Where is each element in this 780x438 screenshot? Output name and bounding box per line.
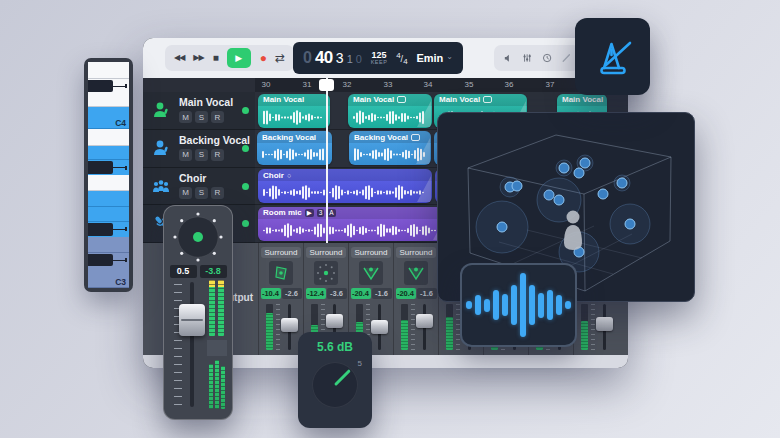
key-line	[113, 86, 126, 87]
waveform-bar	[547, 290, 553, 320]
forward-button[interactable]: ▶▶	[193, 54, 203, 62]
waveform-bar	[529, 285, 535, 325]
sound-source-sphere[interactable]	[559, 163, 569, 173]
piano-key[interactable]	[88, 253, 129, 267]
piano-key[interactable]	[88, 146, 129, 161]
surround-panner[interactable]	[404, 261, 428, 285]
piano-key[interactable]	[88, 191, 129, 208]
cycle-button[interactable]: ⇄	[275, 52, 285, 64]
record-enable-dot[interactable]	[242, 107, 249, 114]
piano-key[interactable]: C3	[88, 267, 129, 288]
track-header: Backing VocalMSR	[143, 130, 255, 168]
audio-region[interactable]: Backing Vocal	[257, 131, 332, 165]
vocalist-icon	[151, 100, 173, 122]
record-enable-dot[interactable]	[242, 220, 249, 227]
fader-zone	[394, 302, 439, 352]
piano-key[interactable]: C4	[88, 107, 129, 129]
key-line	[113, 229, 126, 230]
piano-key[interactable]	[88, 79, 129, 94]
gain-value[interactable]: -20.4	[351, 288, 371, 299]
fader-handle[interactable]	[416, 314, 433, 328]
piano-key[interactable]	[88, 129, 129, 146]
strip-pan-value[interactable]: 0.5	[170, 265, 197, 278]
waveform-tile[interactable]	[460, 263, 577, 347]
key-label: C3	[115, 277, 126, 287]
metronome-tile[interactable]	[575, 18, 650, 95]
piano-key[interactable]	[88, 237, 129, 254]
strip-fader-area	[164, 278, 232, 413]
listener-icon	[564, 211, 582, 251]
stop-button[interactable]: ■	[213, 53, 218, 63]
playhead-position: 040 3 1 0	[303, 48, 362, 68]
piano-key[interactable]	[88, 62, 129, 79]
gain-value[interactable]: -10.4	[261, 288, 281, 299]
s-button[interactable]: S	[195, 111, 208, 123]
sound-source-sphere[interactable]	[617, 178, 627, 188]
audio-region[interactable]: Main Vocal	[348, 94, 432, 128]
r-button[interactable]: R	[211, 111, 224, 123]
playhead-handle[interactable]	[319, 79, 334, 91]
lcd-display[interactable]: 040 3 1 0 125 KEEP 4/4 Emin ⌄	[293, 42, 463, 74]
piano-key[interactable]	[88, 160, 129, 175]
gain-knob[interactable]	[312, 362, 358, 408]
piano-key[interactable]	[88, 93, 129, 107]
waveform-bar	[556, 295, 562, 315]
fader-handle[interactable]	[371, 320, 388, 334]
lcd-bar: 40	[315, 48, 333, 68]
piano-key[interactable]	[88, 207, 129, 222]
piano-key[interactable]	[88, 222, 129, 237]
sound-source-sphere[interactable]	[512, 181, 522, 191]
fader-handle[interactable]	[281, 318, 298, 332]
r-button[interactable]: R	[211, 187, 224, 199]
rewind-button[interactable]: ◀◀	[174, 54, 184, 62]
piano-key[interactable]	[88, 175, 129, 191]
audio-region[interactable]: Room mic▶3A	[258, 207, 448, 241]
fader-handle[interactable]	[326, 314, 343, 328]
level-meter	[581, 321, 588, 350]
track-buttons: MSR	[179, 149, 224, 161]
level-meter	[446, 317, 453, 350]
fader-handle[interactable]	[179, 304, 205, 336]
s-button[interactable]: S	[195, 149, 208, 161]
gain-value[interactable]: -12.4	[306, 288, 326, 299]
record-enable-dot[interactable]	[242, 145, 249, 152]
play-button[interactable]: ▶	[227, 48, 251, 68]
m-button[interactable]: M	[179, 149, 192, 161]
pan-knob[interactable]	[166, 210, 230, 264]
sound-source-sphere[interactable]	[554, 195, 564, 205]
record-button[interactable]: ●	[260, 52, 266, 64]
timeline-ruler[interactable]: 3031323334353637	[255, 78, 628, 92]
mixer-channel: Surround-20.4-1.6	[393, 243, 438, 355]
record-enable-dot[interactable]	[242, 183, 249, 190]
key-signature[interactable]: Emin ⌄	[416, 52, 453, 64]
strip-gain-value[interactable]: -3.8	[200, 265, 227, 278]
pencil-button[interactable]	[561, 51, 571, 65]
audio-region[interactable]: Choir○	[258, 169, 432, 203]
clock-button[interactable]	[542, 51, 552, 65]
m-button[interactable]: M	[179, 111, 192, 123]
monitor-button[interactable]	[503, 51, 513, 65]
surround-panner[interactable]	[359, 261, 383, 285]
time-signature[interactable]: 4/4	[396, 51, 407, 66]
surround-panner[interactable]	[314, 261, 338, 285]
r-button[interactable]: R	[211, 149, 224, 161]
tempo-display[interactable]: 125 KEEP	[371, 51, 388, 66]
fader-handle[interactable]	[596, 317, 613, 331]
sound-source-sphere[interactable]	[625, 219, 635, 229]
mixer-button[interactable]	[522, 51, 532, 65]
s-button[interactable]: S	[195, 187, 208, 199]
surround-panner[interactable]	[269, 261, 293, 285]
sound-source-sphere[interactable]	[580, 158, 590, 168]
audio-region[interactable]: Main Vocal	[258, 94, 330, 128]
sound-source-sphere[interactable]	[497, 222, 507, 232]
audio-region[interactable]: Backing Vocal	[349, 131, 431, 165]
region-label: Room mic	[263, 208, 302, 217]
black-key	[88, 223, 113, 236]
sound-source-sphere[interactable]	[598, 189, 608, 199]
fader-scale-ticks	[276, 304, 280, 350]
gain-value[interactable]: -20.4	[396, 288, 416, 299]
m-button[interactable]: M	[179, 187, 192, 199]
sound-source-sphere[interactable]	[574, 168, 584, 178]
lcd-division: 1	[347, 53, 353, 65]
peak-value: -2.6	[282, 288, 302, 299]
